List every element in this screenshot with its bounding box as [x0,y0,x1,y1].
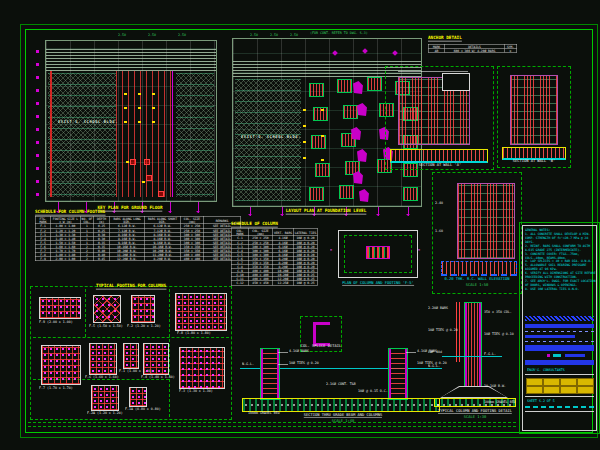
grade-line [442,356,502,357]
table-cell: 2.00 x 1.00 [51,257,81,261]
footing-mark [337,79,352,93]
table-header: COL. SIZE (mm) [249,228,273,236]
column-schedule-title: SCHEDULE OF COLUMN [231,221,278,227]
panel-divider [169,289,170,417]
table-cell: C-12 [231,281,249,285]
rebar-mark [321,109,324,111]
footing-strip [441,261,517,276]
table-cell: 0.45 [94,257,110,261]
table-header: FOOTING SIZE L x W (m) [51,216,81,224]
wall-section-b-box: SECTION AT WALL 'B' [497,66,571,168]
title-block-inner: GENERAL NOTES: 1. ALL CONCRETE SHALL DEV… [522,225,597,431]
wall-opening [442,73,470,91]
leader-line [278,364,288,365]
grade-beam-section: 4-16Ø BARS 10Ø TIES @ 0.20 N.G.L. 2-16Ø … [240,342,445,418]
logo-bar [525,335,575,338]
continuation-note: (FOR CONT. REFER TO DWG. S-3) [310,31,368,34]
table-cell: 600 x 300 W/ 4-20Ø BARS [445,48,505,52]
column-mark [146,175,152,181]
footing-plan [41,345,81,385]
bottom-dashed-line [28,426,516,427]
foundation-plan-caption-row: LAYOUT PLAN AT FOUNDATION LEVEL [232,208,420,216]
footing-plan [131,295,155,323]
panel-divider [85,289,86,337]
column-blob [353,171,363,184]
table-cell: 2 [80,257,94,261]
foundation-plan-caption: LAYOUT PLAN AT FOUNDATION LEVEL [286,208,367,214]
area-label: EXIST'G. SCHOOL BLDG. [241,134,301,138]
footing-trapezoid [440,386,508,398]
key-plan-caption: KEY PLAN FOR GROUND FLOOR [97,205,162,211]
rebar-mark [321,159,324,161]
rebar-mark [138,121,141,123]
footing-plan [93,295,121,323]
callout: LAP 40d [428,350,442,353]
callout: 350 x 350 COL. [484,310,512,313]
divider-zigzag [525,316,594,321]
table-cell: ⌶ [504,48,517,52]
table-header: COL. MARK [231,228,249,236]
table-header: COL. SIZE (mm) [180,216,204,224]
table-cell: 10Ø @ 0.20 [294,256,318,260]
table-cell: AB [428,48,445,52]
footing-mark [367,77,382,91]
section-caption: SECTION AT WALL 'B' [513,158,556,162]
divider-line [525,374,594,375]
wall-section-a-box: SECTION AT WALL 'A' [385,66,494,170]
divider-dash [525,341,594,342]
table-cell: 12-20Ø B.W. [109,257,145,261]
footing-plan [175,293,227,331]
footing-plan [143,343,169,375]
anchor-table-title: ANCHOR DETAIL [428,35,462,41]
rebar-mark [138,93,141,95]
rebar-mark [303,109,306,111]
dim-line [398,71,468,72]
footing-mark [309,187,324,201]
footing-details-panel: TYPICAL FOOTING FOR COLUMNS F-9 (2.00 x … [30,286,232,420]
footing-plan [123,343,139,369]
footing-plan [89,343,117,375]
footing-mark [315,163,330,177]
revision-cell [560,378,577,386]
revision-cell [543,378,560,386]
leader-line [406,352,416,353]
wall-hatch [510,75,558,145]
grid-dim: 2.50 [118,33,126,36]
panel-title-row: TYPICAL FOOTING FOR COLUMNS [31,283,231,291]
revision-cell [577,386,594,394]
logo-bar [565,354,585,357]
revision-cell [526,378,543,386]
grid-bubble [362,48,368,54]
grid-dim: 2.50 [178,33,186,36]
column-hatch [366,246,390,259]
callout: 10Ø TIES @ 0.20 [289,361,319,364]
rebar-mark [138,107,141,109]
area-label: EXIST'G. SCHOOL BLDG. [58,119,118,123]
footing-schedule-title: SCHEDULE FOR COLUMN FOOTING [35,209,105,215]
footing-plan [39,297,81,319]
elevation-caption: 0.20 THK. R.C. WALL ELEVATION [445,276,510,280]
logo-bar [525,360,594,365]
table-cell: 450 x 450 [249,281,273,285]
rebar-mark [321,135,324,137]
anchor-table-wrap: MARKDETAILSSYM.AB600 x 300 W/ 4-20Ø BARS… [428,44,512,64]
table-cell: 10Ø @ 0.20 [294,261,318,265]
callout: 10Ø TIES @ 0.10 [484,332,514,335]
revision-cell [543,386,560,394]
footing-caption: F-5 (1.50 x 1.50) [89,324,123,327]
column-mark [158,191,164,197]
column-blob [353,81,363,94]
section-column [260,348,280,400]
revision-cell [577,378,594,386]
footing-caption: F-7 (1.70 x 1.70) [39,386,73,389]
rebar-mark [303,157,306,159]
rebar-mark [124,121,127,123]
column-schedule-table: COL. MARKCOL. SIZE (mm)VERT. BARSLATERAL… [231,228,311,285]
footing-mark [343,105,358,119]
table-cell: 10Ø @ 0.25 [294,281,318,285]
table-cell: 8-20Ø B.W. [145,257,181,261]
grid-bubble-right: ⊕ [418,248,420,251]
section-scale: SCALE 1:30 [464,414,486,418]
logo-bar [525,324,594,328]
dim-label: 1.60 [435,229,443,232]
